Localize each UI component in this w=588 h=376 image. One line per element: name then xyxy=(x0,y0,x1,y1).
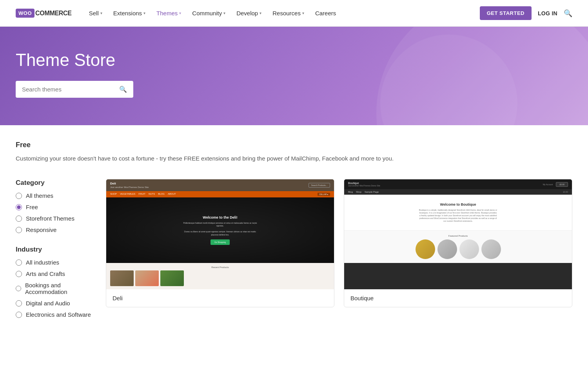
radio-all-themes-input[interactable] xyxy=(16,193,22,199)
nav-item-themes[interactable]: Themes ▾ xyxy=(152,7,186,20)
theme-preview-deli: DeliJust another WooThemes Demo Site Sea… xyxy=(106,179,334,289)
radio-digital-audio-input[interactable] xyxy=(16,300,22,307)
search-button[interactable]: 🔍 xyxy=(119,86,127,93)
free-section: Free Customizing your store doesn't have… xyxy=(16,141,572,163)
deli-hero: Welcome to the Deli! Pellentesque habita… xyxy=(106,197,334,263)
radio-electronics-input[interactable] xyxy=(16,312,22,318)
theme-preview-boutique: Boutique Just another WooThemes Demo Sit… xyxy=(344,179,572,289)
radio-storefront-label: Storefront Themes xyxy=(26,215,74,222)
radio-responsive[interactable]: Responsive xyxy=(16,226,94,233)
main-content: Free Customizing your store doesn't have… xyxy=(0,125,588,346)
search-icon[interactable]: 🔍 xyxy=(564,9,572,18)
nav-community-chevron: ▾ xyxy=(223,11,225,15)
radio-responsive-label: Responsive xyxy=(26,226,56,233)
boutique-products: Featured Products xyxy=(344,231,572,263)
content-layout: Category All themes Free Storefront Them… xyxy=(16,179,572,330)
radio-arts-crafts[interactable]: Arts and Crafts xyxy=(16,270,94,277)
nav-community-label: Community xyxy=(192,10,222,16)
nav-careers-label: Careers xyxy=(315,10,336,16)
logo-box: WOO xyxy=(16,9,34,18)
nav-item-resources[interactable]: Resources ▾ xyxy=(268,7,309,20)
search-input[interactable] xyxy=(22,86,119,93)
deli-search-bar: Search Products... xyxy=(309,183,330,188)
radio-digital-audio[interactable]: Digital and Audio xyxy=(16,300,94,307)
radio-free-input[interactable] xyxy=(16,204,22,210)
nav-item-develop[interactable]: Develop ▾ xyxy=(232,7,266,20)
deli-go-shopping-btn: Go Shopping xyxy=(211,239,230,245)
boutique-nav: Blog Shop Sample Page £0.00 xyxy=(344,189,572,195)
theme-name-deli: Deli xyxy=(106,289,334,307)
login-button[interactable]: LOG IN xyxy=(538,10,557,16)
deli-logo: DeliJust another WooThemes Demo Site xyxy=(110,182,149,189)
nav-item-careers[interactable]: Careers xyxy=(310,7,341,20)
radio-electronics[interactable]: Electronics and Software xyxy=(16,311,94,318)
radio-all-themes-label: All themes xyxy=(26,192,53,199)
category-section: Category All themes Free Storefront Them… xyxy=(16,179,94,233)
radio-digital-audio-label: Digital and Audio xyxy=(26,300,70,307)
industry-section: Industry All industries Arts and Crafts … xyxy=(16,246,94,318)
boutique-top-actions: My Account £0.00 xyxy=(543,182,568,187)
page-title: Theme Store xyxy=(16,50,572,70)
boutique-hero: Welcome to Boutique Boutique is a simple… xyxy=(344,195,572,231)
radio-all-industries[interactable]: All industries xyxy=(16,259,94,266)
nav-item-sell[interactable]: Sell ▾ xyxy=(84,7,107,20)
deli-product-3 xyxy=(160,270,184,286)
radio-free-label: Free xyxy=(26,204,38,210)
boutique-product-2 xyxy=(437,239,457,259)
boutique-topbar: Boutique Just another WooThemes Demo Sit… xyxy=(344,179,572,189)
radio-responsive-input[interactable] xyxy=(16,227,22,233)
radio-storefront[interactable]: Storefront Themes xyxy=(16,215,94,222)
radio-all-industries-label: All industries xyxy=(26,259,59,266)
industry-title: Industry xyxy=(16,246,94,254)
nav-develop-label: Develop xyxy=(236,10,258,16)
category-title: Category xyxy=(16,179,94,187)
radio-all-themes[interactable]: All themes xyxy=(16,192,94,199)
radio-storefront-input[interactable] xyxy=(16,215,22,222)
boutique-logo: Boutique Just another WooThemes Demo Sit… xyxy=(348,182,380,187)
theme-card-deli[interactable]: DeliJust another WooThemes Demo Site Sea… xyxy=(106,179,334,307)
deli-products: Recent Products xyxy=(106,263,334,289)
free-description: Customizing your store doesn't have to c… xyxy=(16,154,572,163)
deli-topbar: DeliJust another WooThemes Demo Site Sea… xyxy=(106,179,334,191)
logo[interactable]: WOO COMMERCE xyxy=(16,9,72,18)
radio-bookings-label: Bookings and Accommodation xyxy=(25,282,94,295)
radio-arts-crafts-input[interactable] xyxy=(16,271,22,277)
main-nav: WOO COMMERCE Sell ▾ Extensions ▾ Themes … xyxy=(0,0,588,27)
nav-sell-label: Sell xyxy=(89,10,99,16)
boutique-product-1 xyxy=(416,239,435,259)
sidebar: Category All themes Free Storefront Them… xyxy=(16,179,94,330)
nav-links: Sell ▾ Extensions ▾ Themes ▾ Community ▾… xyxy=(84,7,480,20)
logo-text: COMMERCE xyxy=(35,10,72,17)
deli-product-2 xyxy=(135,270,159,286)
nav-resources-chevron: ▾ xyxy=(302,11,304,15)
search-box: 🔍 xyxy=(16,81,133,98)
nav-resources-label: Resources xyxy=(272,10,301,16)
nav-item-extensions[interactable]: Extensions ▾ xyxy=(109,7,150,20)
deli-nav: SHOP VEGETABLES FRUIT NUTS BLOG ABOUT CE… xyxy=(106,191,334,197)
boutique-product-4 xyxy=(481,239,501,259)
deli-product-1 xyxy=(110,270,134,286)
theme-name-boutique: Boutique xyxy=(344,289,572,307)
theme-card-boutique[interactable]: Boutique Just another WooThemes Demo Sit… xyxy=(344,179,572,307)
get-started-button[interactable]: GET STARTED xyxy=(480,6,532,20)
radio-bookings-input[interactable] xyxy=(16,285,21,292)
free-title: Free xyxy=(16,141,572,149)
radio-electronics-label: Electronics and Software xyxy=(26,311,91,318)
themes-grid: DeliJust another WooThemes Demo Site Sea… xyxy=(106,179,572,307)
nav-develop-chevron: ▾ xyxy=(260,11,261,15)
nav-themes-chevron: ▾ xyxy=(179,11,181,15)
radio-all-industries-input[interactable] xyxy=(16,259,22,266)
hero-section: Theme Store 🔍 xyxy=(0,27,588,125)
nav-item-community[interactable]: Community ▾ xyxy=(187,7,230,20)
nav-sell-chevron: ▾ xyxy=(100,11,102,15)
nav-actions: GET STARTED LOG IN 🔍 xyxy=(480,6,572,20)
deli-cellar-btn: CELLAR ▸ xyxy=(318,193,330,196)
radio-bookings[interactable]: Bookings and Accommodation xyxy=(16,282,94,295)
boutique-product-3 xyxy=(459,239,479,259)
nav-extensions-chevron: ▾ xyxy=(143,11,145,15)
radio-free[interactable]: Free xyxy=(16,204,94,210)
nav-themes-label: Themes xyxy=(156,10,178,16)
nav-extensions-label: Extensions xyxy=(113,10,142,16)
radio-arts-crafts-label: Arts and Crafts xyxy=(26,270,65,277)
